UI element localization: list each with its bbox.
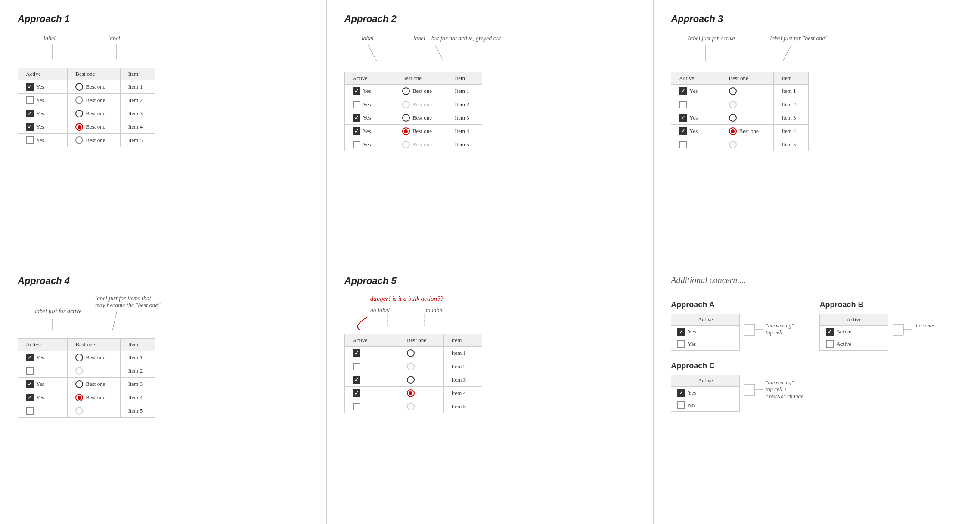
best-cell — [721, 85, 773, 98]
table-row: Yes — [671, 326, 740, 338]
checkbox-checked[interactable] — [353, 349, 360, 357]
radio-empty[interactable] — [407, 349, 415, 357]
checkbox-unchecked[interactable] — [826, 340, 834, 348]
checkbox-unchecked[interactable] — [26, 136, 34, 144]
checkbox-unchecked[interactable] — [26, 96, 34, 104]
checkbox-checked[interactable] — [677, 389, 685, 397]
best-cell — [399, 400, 443, 413]
checkbox-checked[interactable] — [677, 328, 685, 336]
table-row: Item 5 — [344, 400, 482, 413]
active-cell: Yes — [18, 107, 68, 120]
radio-selected[interactable] — [407, 389, 415, 397]
radio-empty[interactable] — [75, 96, 83, 104]
radio-empty[interactable] — [407, 376, 415, 384]
best-cell: Best one — [68, 391, 120, 404]
checkbox-checked[interactable] — [26, 354, 34, 361]
approach1-table: Active Best one Item Yes Best one Item 1… — [18, 68, 155, 147]
active-cell — [671, 138, 721, 151]
best-cell — [399, 360, 443, 373]
radio-empty-light — [729, 141, 737, 148]
active-cell: Yes — [671, 326, 740, 338]
best-cell — [399, 387, 443, 400]
approach4-table: Active Best one Item Yes Best one Item 1… — [18, 338, 155, 418]
checkbox-checked[interactable] — [679, 87, 687, 95]
radio-empty[interactable] — [729, 87, 737, 95]
best-cell — [721, 138, 773, 151]
approach4-col-best: Best one — [68, 339, 120, 351]
checkbox-checked[interactable] — [353, 127, 360, 135]
checkbox-checked[interactable] — [679, 114, 687, 122]
approach4-anno-svg — [18, 295, 190, 334]
radio-empty[interactable] — [402, 114, 410, 122]
radio-empty[interactable] — [729, 114, 737, 122]
active-cell: Yes — [18, 378, 68, 391]
checkbox-unchecked[interactable] — [353, 141, 360, 148]
radio-empty[interactable] — [402, 87, 410, 95]
item-cell: Item 2 — [120, 94, 155, 107]
active-cell — [344, 400, 399, 413]
checkbox-unchecked[interactable] — [353, 101, 360, 108]
checkbox-unchecked[interactable] — [26, 367, 34, 375]
checkbox-checked[interactable] — [26, 394, 34, 401]
radio-selected[interactable] — [75, 123, 83, 131]
radio-selected[interactable] — [75, 394, 83, 401]
best-cell: Best one — [68, 378, 120, 391]
checkbox-unchecked[interactable] — [353, 403, 360, 410]
best-cell: Best one — [68, 94, 120, 107]
active-cell: Yes — [18, 391, 68, 404]
approachA-section: Approach A Active Yes Yes — [671, 294, 794, 351]
table-row: Item 2 — [18, 364, 155, 378]
checkbox-checked[interactable] — [26, 110, 34, 117]
table-row: Yes Best one Item 3 — [344, 111, 482, 125]
approach4-cell: Approach 4 label just for active label j… — [0, 262, 327, 524]
table-row: Item 2 — [671, 98, 809, 111]
checkbox-unchecked[interactable] — [679, 101, 687, 108]
checkbox-unchecked[interactable] — [679, 141, 687, 148]
item-cell: Item 5 — [773, 138, 808, 151]
approachC-table: Active Yes No — [671, 375, 740, 412]
radio-selected[interactable] — [402, 127, 410, 135]
checkbox-checked[interactable] — [353, 87, 360, 95]
checkbox-checked[interactable] — [353, 376, 360, 384]
radio-empty[interactable] — [75, 83, 83, 91]
item-cell: Item 5 — [120, 404, 155, 418]
active-cell: Yes — [671, 338, 740, 351]
active-cell: Yes — [18, 94, 68, 107]
approachB-section: Approach B Active Active Active — [819, 294, 934, 351]
checkbox-checked[interactable] — [353, 389, 360, 397]
checkbox-unchecked[interactable] — [677, 401, 685, 409]
table-row: Yes Best one Item 5 — [344, 138, 482, 151]
checkbox-unchecked[interactable] — [26, 407, 34, 415]
checkbox-checked[interactable] — [826, 328, 834, 336]
radio-selected[interactable] — [729, 127, 737, 135]
radio-empty[interactable] — [75, 110, 83, 117]
active-cell: Yes — [671, 125, 721, 138]
table-row: Yes Best one Item 3 — [18, 107, 155, 120]
radio-empty[interactable] — [75, 136, 83, 144]
checkbox-unchecked[interactable] — [353, 363, 360, 370]
checkbox-unchecked[interactable] — [677, 340, 685, 348]
best-cell: Best one — [68, 107, 120, 120]
best-cell — [68, 364, 120, 378]
approach2-col-best: Best one — [394, 72, 447, 85]
radio-empty[interactable] — [75, 354, 83, 361]
checkbox-checked[interactable] — [679, 127, 687, 135]
approachB-col: Active — [820, 314, 888, 326]
active-cell: Yes — [344, 125, 394, 138]
radio-empty[interactable] — [75, 380, 83, 388]
checkbox-checked[interactable] — [26, 380, 34, 388]
active-cell: Yes — [18, 351, 68, 364]
active-cell: Yes — [671, 387, 740, 399]
additional-cell: Additional concern.... Approach A Active… — [653, 262, 980, 524]
approachC-title: Approach C — [671, 361, 962, 370]
approach5-col-item: Item — [443, 334, 482, 347]
approachB-anno-svg — [890, 320, 925, 346]
checkbox-checked[interactable] — [353, 114, 360, 122]
approach5-title: Approach 5 — [344, 275, 636, 287]
item-cell: Item 2 — [443, 360, 482, 373]
checkbox-checked[interactable] — [26, 83, 34, 91]
approachB-table: Active Active Active — [819, 314, 888, 351]
table-row: Yes Item 1 — [671, 85, 809, 98]
checkbox-checked[interactable] — [26, 123, 34, 131]
item-cell: Item 3 — [120, 378, 155, 391]
